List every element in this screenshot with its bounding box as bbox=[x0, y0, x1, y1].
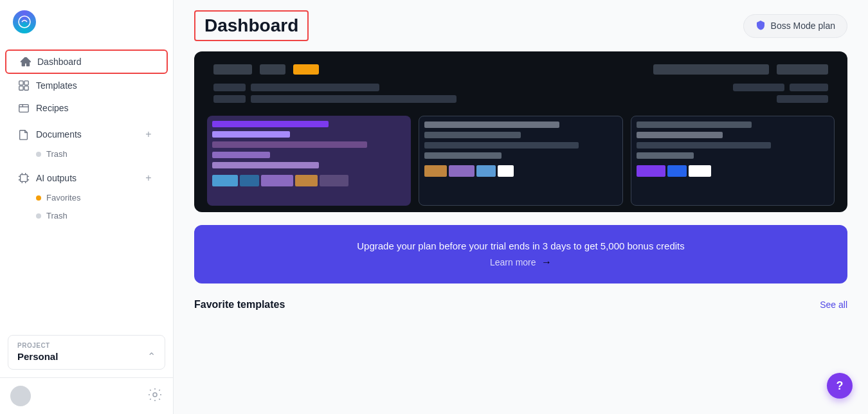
boss-mode-label: Boss Mode plan bbox=[771, 21, 835, 31]
sidebar-item-recipes-label: Recipes bbox=[36, 103, 69, 113]
sidebar: Dashboard Templates bbox=[0, 0, 174, 414]
sidebar-footer bbox=[0, 377, 173, 414]
sidebar-section-ai-outputs[interactable]: AI outputs + bbox=[5, 168, 168, 188]
shield-icon bbox=[755, 20, 766, 32]
avatar[interactable] bbox=[10, 386, 31, 406]
help-button-label: ? bbox=[836, 379, 844, 393]
grid-icon bbox=[18, 80, 30, 91]
main-content-area: Dashboard Boss Mode plan bbox=[174, 0, 868, 414]
doc-trash-label: Trash bbox=[46, 149, 68, 159]
section-title: Favorite templates bbox=[194, 299, 285, 310]
sidebar-item-doc-trash[interactable]: Trash bbox=[5, 145, 168, 163]
sidebar-item-dashboard-label: Dashboard bbox=[37, 57, 82, 67]
banner-cards bbox=[207, 116, 835, 206]
dashboard-banner bbox=[194, 51, 847, 212]
svg-rect-4 bbox=[24, 86, 28, 90]
upgrade-text: Upgrade your plan before your trial ends… bbox=[215, 240, 827, 251]
sidebar-item-ai-favorites[interactable]: Favorites bbox=[5, 189, 168, 206]
banner-pill-2 bbox=[260, 64, 285, 75]
app-logo bbox=[13, 10, 36, 33]
learn-more-link[interactable]: Learn more → bbox=[215, 256, 827, 268]
boss-mode-button[interactable]: Boss Mode plan bbox=[743, 14, 847, 38]
sidebar-item-dashboard[interactable]: Dashboard bbox=[5, 50, 168, 74]
svg-rect-1 bbox=[19, 81, 23, 85]
project-label-text: PROJECT bbox=[17, 342, 156, 349]
svg-rect-3 bbox=[19, 86, 23, 90]
main-header: Dashboard Boss Mode plan bbox=[174, 0, 868, 51]
banner-pill-3 bbox=[653, 64, 769, 75]
sidebar-item-ai-trash[interactable]: Trash bbox=[5, 207, 168, 224]
yellow-dot-icon bbox=[36, 195, 41, 201]
svg-rect-2 bbox=[24, 81, 28, 85]
ai-outputs-label: AI outputs bbox=[36, 173, 77, 183]
project-name: Personal bbox=[17, 351, 58, 362]
documents-label: Documents bbox=[36, 129, 82, 140]
home-icon bbox=[19, 56, 31, 68]
main-scroll-area: Upgrade your plan before your trial ends… bbox=[174, 51, 868, 414]
sidebar-navigation: Dashboard Templates bbox=[0, 44, 173, 327]
add-ai-output-button[interactable]: + bbox=[142, 172, 155, 184]
sidebar-item-templates-label: Templates bbox=[36, 80, 77, 91]
learn-more-label: Learn more bbox=[490, 257, 536, 267]
upgrade-banner[interactable]: Upgrade your plan before your trial ends… bbox=[194, 225, 847, 284]
ai-trash-label: Trash bbox=[46, 211, 68, 221]
svg-rect-5 bbox=[19, 105, 28, 113]
sidebar-item-templates[interactable]: Templates bbox=[5, 75, 168, 96]
favorite-templates-section: Favorite templates See all bbox=[194, 299, 847, 310]
logo-area bbox=[0, 0, 173, 44]
dot-icon bbox=[36, 152, 41, 157]
add-document-button[interactable]: + bbox=[142, 128, 155, 141]
project-selector[interactable]: PROJECT Personal ⌃ bbox=[8, 335, 165, 370]
svg-point-7 bbox=[153, 393, 157, 397]
learn-more-arrow: → bbox=[541, 256, 552, 267]
box-icon bbox=[18, 102, 30, 114]
see-all-link[interactable]: See all bbox=[820, 300, 847, 310]
ai-favorites-label: Favorites bbox=[46, 193, 80, 203]
page-title-box: Dashboard bbox=[194, 10, 309, 41]
cpu-icon bbox=[18, 172, 30, 184]
banner-pill-4 bbox=[777, 64, 828, 75]
banner-pill-yellow bbox=[293, 64, 319, 75]
file-icon bbox=[18, 129, 30, 140]
sidebar-section-documents[interactable]: Documents + bbox=[5, 124, 168, 145]
settings-button[interactable] bbox=[147, 387, 163, 405]
sidebar-item-recipes[interactable]: Recipes bbox=[5, 97, 168, 119]
svg-point-0 bbox=[19, 16, 30, 28]
svg-rect-6 bbox=[21, 175, 28, 182]
page-title: Dashboard bbox=[204, 15, 298, 36]
gray-dot-icon bbox=[36, 213, 41, 219]
banner-pill-1 bbox=[213, 64, 252, 75]
chevron-icon: ⌃ bbox=[147, 350, 156, 363]
help-button[interactable]: ? bbox=[827, 373, 853, 399]
